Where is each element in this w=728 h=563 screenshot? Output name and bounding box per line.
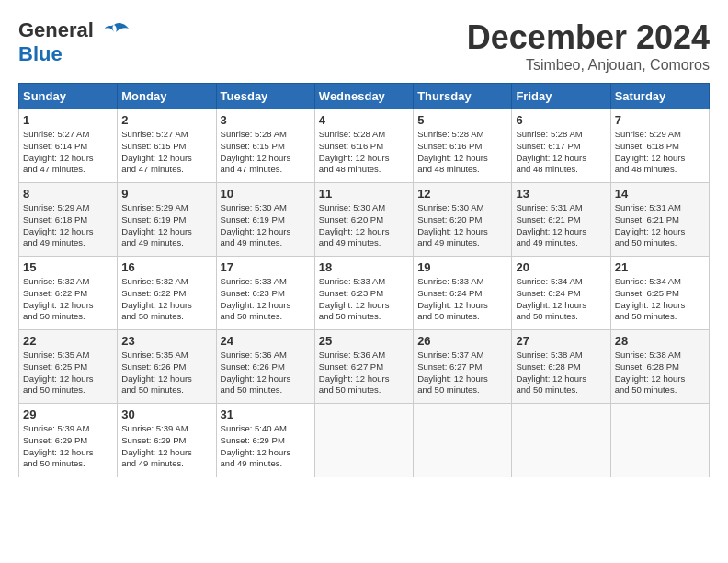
- day-number: 20: [516, 260, 606, 274]
- day-number: 2: [121, 113, 211, 127]
- day-info: Sunrise: 5:28 AMSunset: 6:15 PMDaylight:…: [221, 129, 311, 176]
- calendar-cell: 27Sunrise: 5:38 AMSunset: 6:28 PMDayligh…: [512, 330, 610, 404]
- day-info: Sunrise: 5:29 AMSunset: 6:18 PMDaylight:…: [23, 202, 113, 249]
- calendar-cell: 12Sunrise: 5:30 AMSunset: 6:20 PMDayligh…: [414, 183, 512, 257]
- day-info: Sunrise: 5:27 AMSunset: 6:15 PMDaylight:…: [121, 129, 211, 176]
- day-info: Sunrise: 5:33 AMSunset: 6:23 PMDaylight:…: [221, 276, 311, 323]
- day-info: Sunrise: 5:29 AMSunset: 6:18 PMDaylight:…: [615, 129, 705, 176]
- calendar-week-row: 15Sunrise: 5:32 AMSunset: 6:22 PMDayligh…: [19, 257, 710, 330]
- day-info: Sunrise: 5:31 AMSunset: 6:21 PMDaylight:…: [516, 202, 606, 249]
- day-number: 4: [319, 113, 409, 127]
- calendar-day-header: Thursday: [414, 84, 512, 109]
- calendar-cell: 23Sunrise: 5:35 AMSunset: 6:26 PMDayligh…: [118, 330, 216, 404]
- day-info: Sunrise: 5:30 AMSunset: 6:19 PMDaylight:…: [221, 202, 311, 249]
- day-info: Sunrise: 5:33 AMSunset: 6:24 PMDaylight:…: [417, 276, 507, 323]
- calendar-cell: 28Sunrise: 5:38 AMSunset: 6:28 PMDayligh…: [610, 330, 709, 404]
- day-info: Sunrise: 5:33 AMSunset: 6:23 PMDaylight:…: [319, 276, 409, 323]
- day-info: Sunrise: 5:32 AMSunset: 6:22 PMDaylight:…: [121, 276, 211, 323]
- day-number: 14: [615, 187, 705, 201]
- day-info: Sunrise: 5:29 AMSunset: 6:19 PMDaylight:…: [121, 202, 211, 249]
- calendar-cell: [414, 404, 512, 477]
- calendar-cell: [610, 404, 709, 477]
- location-title: Tsimbeo, Anjouan, Comoros: [467, 57, 710, 74]
- day-info: Sunrise: 5:34 AMSunset: 6:24 PMDaylight:…: [516, 276, 606, 323]
- calendar-cell: 7Sunrise: 5:29 AMSunset: 6:18 PMDaylight…: [610, 109, 709, 183]
- calendar-cell: 19Sunrise: 5:33 AMSunset: 6:24 PMDayligh…: [414, 257, 512, 330]
- calendar-week-row: 1Sunrise: 5:27 AMSunset: 6:14 PMDaylight…: [19, 109, 710, 183]
- day-number: 12: [417, 187, 507, 201]
- day-info: Sunrise: 5:28 AMSunset: 6:16 PMDaylight:…: [319, 129, 409, 176]
- calendar-cell: 4Sunrise: 5:28 AMSunset: 6:16 PMDaylight…: [314, 109, 413, 183]
- day-number: 16: [121, 260, 211, 274]
- calendar-cell: 24Sunrise: 5:36 AMSunset: 6:26 PMDayligh…: [216, 330, 314, 404]
- calendar-header-row: SundayMondayTuesdayWednesdayThursdayFrid…: [19, 84, 710, 109]
- calendar-day-header: Monday: [118, 84, 216, 109]
- day-number: 21: [615, 260, 705, 274]
- day-number: 25: [319, 334, 409, 348]
- logo-text: GeneralBlue: [18, 18, 94, 66]
- day-number: 28: [615, 334, 705, 348]
- day-info: Sunrise: 5:35 AMSunset: 6:26 PMDaylight:…: [121, 350, 211, 396]
- calendar-cell: 15Sunrise: 5:32 AMSunset: 6:22 PMDayligh…: [19, 257, 118, 330]
- day-info: Sunrise: 5:27 AMSunset: 6:14 PMDaylight:…: [23, 129, 113, 176]
- day-number: 26: [417, 334, 507, 348]
- calendar-cell: 16Sunrise: 5:32 AMSunset: 6:22 PMDayligh…: [118, 257, 216, 330]
- day-number: 24: [221, 334, 311, 348]
- day-number: 11: [319, 187, 409, 201]
- day-info: Sunrise: 5:32 AMSunset: 6:22 PMDaylight:…: [23, 276, 113, 323]
- day-number: 3: [221, 113, 311, 127]
- day-number: 22: [23, 334, 113, 348]
- logo: GeneralBlue: [18, 18, 131, 66]
- day-info: Sunrise: 5:31 AMSunset: 6:21 PMDaylight:…: [615, 202, 705, 249]
- day-number: 18: [319, 260, 409, 274]
- header: GeneralBlue December 2024 Tsimbeo, Anjou…: [18, 18, 710, 74]
- calendar-cell: 1Sunrise: 5:27 AMSunset: 6:14 PMDaylight…: [19, 109, 118, 183]
- calendar-day-header: Tuesday: [216, 84, 314, 109]
- title-area: December 2024 Tsimbeo, Anjouan, Comoros: [467, 18, 710, 74]
- day-number: 23: [121, 334, 211, 348]
- day-info: Sunrise: 5:28 AMSunset: 6:16 PMDaylight:…: [417, 129, 507, 176]
- day-info: Sunrise: 5:36 AMSunset: 6:26 PMDaylight:…: [221, 350, 311, 396]
- logo-bird-icon: [97, 21, 131, 54]
- day-info: Sunrise: 5:30 AMSunset: 6:20 PMDaylight:…: [319, 202, 409, 249]
- calendar-cell: 31Sunrise: 5:40 AMSunset: 6:29 PMDayligh…: [216, 404, 314, 477]
- calendar-cell: 10Sunrise: 5:30 AMSunset: 6:19 PMDayligh…: [216, 183, 314, 257]
- day-number: 5: [417, 113, 507, 127]
- day-info: Sunrise: 5:34 AMSunset: 6:25 PMDaylight:…: [615, 276, 705, 323]
- calendar-day-header: Sunday: [19, 84, 118, 109]
- calendar-table: SundayMondayTuesdayWednesdayThursdayFrid…: [18, 83, 710, 477]
- calendar-week-row: 29Sunrise: 5:39 AMSunset: 6:29 PMDayligh…: [19, 404, 710, 477]
- day-info: Sunrise: 5:36 AMSunset: 6:27 PMDaylight:…: [319, 350, 409, 396]
- day-info: Sunrise: 5:38 AMSunset: 6:28 PMDaylight:…: [615, 350, 705, 396]
- calendar-week-row: 22Sunrise: 5:35 AMSunset: 6:25 PMDayligh…: [19, 330, 710, 404]
- calendar-cell: 21Sunrise: 5:34 AMSunset: 6:25 PMDayligh…: [610, 257, 709, 330]
- day-info: Sunrise: 5:30 AMSunset: 6:20 PMDaylight:…: [417, 202, 507, 249]
- calendar-cell: 3Sunrise: 5:28 AMSunset: 6:15 PMDaylight…: [216, 109, 314, 183]
- calendar-cell: 22Sunrise: 5:35 AMSunset: 6:25 PMDayligh…: [19, 330, 118, 404]
- calendar-cell: 20Sunrise: 5:34 AMSunset: 6:24 PMDayligh…: [512, 257, 610, 330]
- calendar-cell: 30Sunrise: 5:39 AMSunset: 6:29 PMDayligh…: [118, 404, 216, 477]
- day-number: 1: [23, 113, 113, 127]
- day-number: 8: [23, 187, 113, 201]
- calendar-cell: [314, 404, 413, 477]
- calendar-cell: 18Sunrise: 5:33 AMSunset: 6:23 PMDayligh…: [314, 257, 413, 330]
- calendar-cell: 9Sunrise: 5:29 AMSunset: 6:19 PMDaylight…: [118, 183, 216, 257]
- day-number: 30: [121, 408, 211, 421]
- calendar-cell: 14Sunrise: 5:31 AMSunset: 6:21 PMDayligh…: [610, 183, 709, 257]
- day-number: 7: [615, 113, 705, 127]
- calendar-cell: 11Sunrise: 5:30 AMSunset: 6:20 PMDayligh…: [314, 183, 413, 257]
- calendar-day-header: Wednesday: [314, 84, 413, 109]
- day-number: 15: [23, 260, 113, 274]
- month-title: December 2024: [467, 18, 710, 57]
- calendar-day-header: Saturday: [610, 84, 709, 109]
- day-info: Sunrise: 5:40 AMSunset: 6:29 PMDaylight:…: [221, 423, 311, 470]
- calendar-cell: 8Sunrise: 5:29 AMSunset: 6:18 PMDaylight…: [19, 183, 118, 257]
- calendar-cell: [512, 404, 610, 477]
- day-number: 17: [221, 260, 311, 274]
- day-number: 10: [221, 187, 311, 201]
- day-number: 27: [516, 334, 606, 348]
- calendar-cell: 2Sunrise: 5:27 AMSunset: 6:15 PMDaylight…: [118, 109, 216, 183]
- calendar-cell: 5Sunrise: 5:28 AMSunset: 6:16 PMDaylight…: [414, 109, 512, 183]
- day-info: Sunrise: 5:39 AMSunset: 6:29 PMDaylight:…: [23, 423, 113, 470]
- day-number: 29: [23, 408, 113, 421]
